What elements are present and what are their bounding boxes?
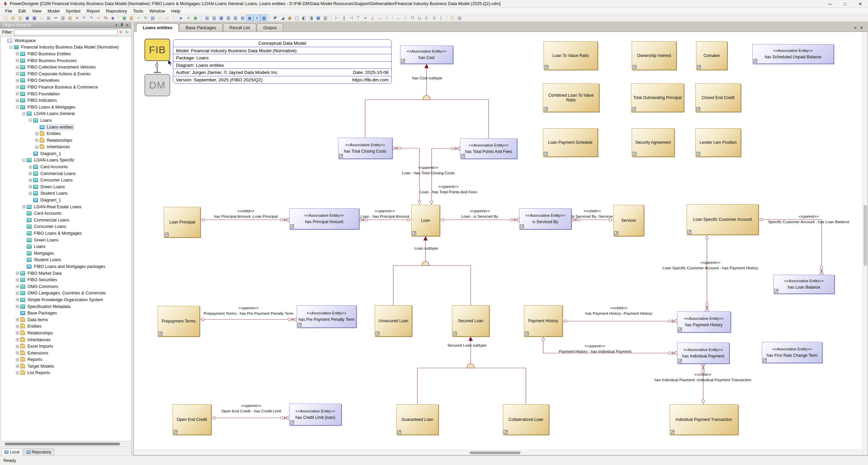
diagram-canvas[interactable]: FIB DM Conceptual Data ModelModel: Finan…	[134, 32, 862, 450]
entity-payment-history[interactable]: Payment History↗	[524, 305, 563, 336]
generate-report-icon[interactable]: ▤	[149, 15, 156, 21]
canvas-vscroll-thumb[interactable]	[864, 205, 867, 266]
entity-loan-principal[interactable]: Loan Principal↗	[164, 207, 200, 237]
align-bottom-icon[interactable]: ⊥	[369, 15, 376, 21]
page-setup-icon[interactable]: ▢	[449, 15, 456, 21]
filter-input[interactable]	[14, 30, 118, 35]
assoc-entity-has-cost[interactable]: <<Associative Entity>>has Cost↗	[400, 45, 453, 64]
expander-plus-icon[interactable]: +	[16, 305, 19, 308]
expander-minus-icon[interactable]: −	[29, 119, 32, 122]
tree-item-diagram-1[interactable]: Diagram_1	[1, 197, 131, 204]
tree-item-inheritances[interactable]: +Inheritances	[1, 144, 131, 151]
expander-plus-icon[interactable]: +	[16, 298, 19, 301]
close-panel-icon[interactable]: ✕	[124, 23, 130, 27]
tree-item-target-models[interactable]: +Target Models	[1, 363, 131, 370]
relationship-label[interactable]: <<child>>has Individual Payment -Individ…	[654, 372, 751, 383]
expander-plus-icon[interactable]: +	[16, 278, 19, 282]
entity-total-outstanding-principal[interactable]: Total Outstanding Principal↗	[631, 83, 684, 112]
canvas-vscrollbar[interactable]	[862, 32, 868, 455]
expander-plus-icon[interactable]: +	[16, 318, 19, 321]
tree-item-card-accounts[interactable]: Card Accounts	[1, 210, 131, 217]
expander-plus-icon[interactable]: +	[29, 185, 32, 188]
tree-item-extensions[interactable]: +Extensions	[1, 350, 131, 356]
window-close-icon[interactable]: ▤	[239, 15, 246, 21]
tree-item-loan-real-estate-loans[interactable]: +LOAN-Real Estate Loans	[1, 204, 131, 210]
assoc-entity-has-scheduled-unpaid-balance[interactable]: <<Associative Entity>>has Scheduled Unpa…	[752, 44, 834, 64]
new-page-icon[interactable]: □	[38, 15, 45, 21]
assoc-entity-has-total-points-and-fees[interactable]: <<Associative Entity>>has Total Points A…	[460, 138, 517, 159]
tree-item-commercial-loans[interactable]: Commercial Loans	[1, 217, 131, 224]
relationship-label[interactable]: <<child>>has Payment History -Payment Hi…	[585, 305, 652, 316]
relationship-label[interactable]: <<parent>>Open End Credit - has Credit L…	[221, 403, 281, 414]
expand-corner-icon[interactable]: ↗	[545, 65, 548, 69]
open-workspace-icon[interactable]: ▥	[17, 15, 24, 21]
expander-minus-icon[interactable]: −	[22, 112, 25, 115]
menu-file[interactable]: File	[2, 8, 15, 14]
relationship-label[interactable]: <<child>>has Principal Amount -Loan Prin…	[214, 208, 278, 219]
tab-base-packages[interactable]: Base Packages	[179, 23, 222, 32]
new-model-icon[interactable]: ▢	[2, 15, 9, 21]
tree-item-fibo-business-entities[interactable]: +FIBO Business Entities	[1, 51, 131, 57]
relationship-label[interactable]: <<parent>>Loan Specific Customer Account…	[663, 260, 758, 271]
frame-icon[interactable]: ▭	[163, 15, 171, 21]
entity-loan[interactable]: Loan↗	[411, 205, 440, 236]
same-width-icon[interactable]: ↔	[376, 15, 383, 21]
relationship-label[interactable]: Loan subtype	[414, 246, 438, 251]
expander-plus-icon[interactable]: +	[16, 272, 19, 275]
replace-icon[interactable]: %	[102, 15, 109, 21]
relationship-label[interactable]: <<parent>>Loan - has Principal Amount	[360, 208, 409, 219]
tab-output[interactable]: Output	[257, 23, 283, 32]
cut-icon[interactable]: ✂	[52, 15, 59, 21]
expand-corner-icon[interactable]: ↗	[774, 289, 778, 293]
entity-secured-loan[interactable]: Secured Loan↗	[452, 305, 489, 336]
entity-lender-lien-position[interactable]: Lender Lien Position↗	[695, 128, 741, 157]
assoc-entity-has-payment-history[interactable]: <<Associative Entity>>has Payment Histor…	[677, 311, 731, 332]
expand-corner-icon[interactable]: ↗	[525, 332, 529, 335]
save-all-icon[interactable]: ▦	[31, 15, 38, 21]
expander-plus-icon[interactable]: +	[16, 92, 19, 95]
expander-plus-icon[interactable]: +	[35, 146, 38, 149]
tree-item-specification-metadata[interactable]: +Specification Metadata	[1, 303, 131, 310]
tree-item-fibo-market-data[interactable]: +FIBO Market Data	[1, 270, 131, 277]
entity-unsecured-loan[interactable]: Unsecured Loan↗	[375, 305, 412, 336]
pointer-icon[interactable]: ►	[178, 15, 185, 21]
expand-corner-icon[interactable]: ↗	[165, 233, 169, 236]
check-model-icon[interactable]: ✓	[135, 15, 142, 21]
expand-corner-icon[interactable]: ↗	[696, 107, 700, 111]
entity-closed-end-credit[interactable]: Closed End Credit↗	[695, 83, 741, 112]
grow-horizontal-icon[interactable]: ⊓	[409, 15, 416, 21]
expand-corner-icon[interactable]: ↗	[159, 332, 162, 335]
expander-plus-icon[interactable]: +	[35, 132, 38, 135]
tree-item-reports[interactable]: +Reports	[1, 356, 131, 363]
expander-plus-icon[interactable]: +	[16, 99, 19, 102]
entity-open-end-credit[interactable]: Open End Credit↗	[173, 404, 211, 435]
expander-plus-icon[interactable]: +	[16, 371, 19, 374]
refresh-icon[interactable]: ↻	[124, 30, 130, 35]
show-grid-icon[interactable]: ▦	[260, 15, 268, 21]
redo-icon[interactable]: ↷	[88, 15, 95, 21]
show-symbols-icon[interactable]: ▣	[246, 15, 253, 21]
assoc-entity-has-credit-limit-loan[interactable]: <<Associative Entity>>has Credit Limit (…	[289, 404, 341, 425]
tree-item-relationships[interactable]: +Relationships	[1, 137, 131, 144]
entity-loan-to-value-ratio[interactable]: Loan To Value Ratio↗	[544, 41, 598, 70]
space-horizontal-icon[interactable]: ↔	[395, 15, 402, 21]
same-height-icon[interactable]: ↕	[383, 15, 390, 21]
tree-item-commercial-loans[interactable]: +Commercial Loans	[1, 170, 131, 177]
tree-item-loan-loans-general[interactable]: −LOAN-Loans General	[1, 111, 131, 117]
expand-corner-icon[interactable]: ↗	[633, 65, 636, 69]
expand-corner-icon[interactable]: ↗	[397, 430, 401, 434]
expander-plus-icon[interactable]: +	[16, 365, 19, 368]
expander-minus-icon[interactable]: −	[16, 105, 19, 109]
paste-icon[interactable]: ▤	[66, 15, 74, 21]
expand-corner-icon[interactable]: ↗	[544, 152, 548, 156]
assoc-entity-has-loan-balance[interactable]: <<Associative Entity>>has Loan Balance↗	[773, 275, 834, 294]
tree-item-fibo-securities[interactable]: +FIBO Securities	[1, 276, 131, 283]
diagram-new-icon[interactable]: ▨	[232, 15, 239, 21]
blank-page-icon[interactable]: □	[156, 15, 163, 21]
copy-icon[interactable]: ▥	[59, 15, 66, 21]
window-cascade-icon[interactable]: ▥	[211, 15, 218, 21]
close-document-icon[interactable]: ✕	[860, 25, 863, 30]
tree-item-fibo-business-processes[interactable]: +FIBO Business Processes	[1, 57, 131, 64]
expander-plus-icon[interactable]: +	[16, 338, 19, 341]
tree-item-loans[interactable]: Loans	[1, 243, 131, 250]
